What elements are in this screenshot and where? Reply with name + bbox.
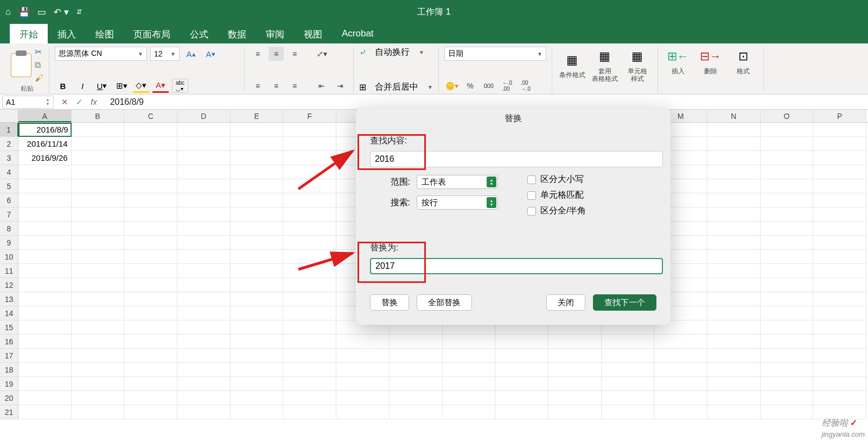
cell[interactable] (283, 193, 336, 207)
cell[interactable] (548, 405, 602, 419)
col-header-A[interactable]: A (18, 110, 72, 122)
cell[interactable] (231, 250, 284, 264)
number-format-select[interactable]: 日期▼ (444, 47, 546, 61)
cell[interactable] (124, 306, 177, 320)
cell[interactable] (813, 193, 866, 207)
cell[interactable] (124, 264, 177, 278)
comma-icon[interactable]: 000 (481, 79, 496, 93)
cell[interactable] (761, 335, 814, 349)
cell[interactable]: 2016/11/14 (18, 137, 72, 151)
cell[interactable] (72, 306, 125, 320)
font-color-button[interactable]: A▾ (152, 79, 169, 93)
cell[interactable] (18, 165, 72, 179)
cell[interactable] (283, 377, 336, 391)
col-header-E[interactable]: E (231, 110, 284, 122)
cell[interactable] (72, 250, 125, 264)
cell[interactable] (231, 123, 284, 137)
cell[interactable] (231, 236, 284, 250)
tab-review[interactable]: 审阅 (256, 24, 294, 43)
cell[interactable] (231, 264, 284, 278)
format-painter-icon[interactable]: 🖌 (35, 73, 43, 83)
cell[interactable] (443, 405, 496, 419)
row-header[interactable]: 4 (0, 165, 18, 179)
cut-icon[interactable]: ✂ (35, 47, 43, 57)
cell[interactable] (231, 335, 284, 349)
cell[interactable] (72, 405, 125, 419)
cell[interactable] (177, 137, 231, 151)
cell[interactable] (18, 292, 72, 306)
cell[interactable] (707, 193, 761, 207)
cell[interactable] (18, 222, 72, 236)
cell[interactable] (443, 335, 496, 349)
cell[interactable] (18, 377, 72, 391)
align-top-icon[interactable]: ≡ (250, 47, 265, 61)
cell[interactable] (761, 278, 814, 292)
delete-cells-button[interactable]: ⊟→删除 (696, 47, 725, 75)
cell[interactable] (707, 165, 761, 179)
cell[interactable] (761, 377, 814, 391)
cell[interactable]: 2016/9/26 (18, 151, 72, 165)
match-case-checkbox[interactable]: 区分大小写 (527, 174, 586, 185)
tab-data[interactable]: 数据 (218, 24, 256, 43)
cell[interactable] (18, 363, 72, 377)
cell[interactable] (72, 264, 125, 278)
cell[interactable] (443, 349, 496, 363)
cell[interactable] (283, 137, 336, 151)
cell[interactable] (707, 391, 761, 405)
cell[interactable] (177, 292, 231, 306)
cell[interactable] (283, 349, 336, 363)
orientation-icon[interactable]: ⤢▾ (314, 47, 329, 61)
cell[interactable] (231, 222, 284, 236)
cell[interactable] (761, 320, 814, 335)
tab-insert[interactable]: 插入 (48, 24, 86, 43)
cell[interactable] (813, 151, 866, 165)
cell[interactable] (654, 405, 707, 419)
cell[interactable] (813, 250, 866, 264)
cell[interactable] (177, 151, 231, 165)
italic-button[interactable]: I (74, 79, 91, 93)
cell[interactable] (177, 391, 231, 405)
cell[interactable] (231, 179, 284, 193)
cell[interactable] (231, 165, 284, 179)
cond-format-button[interactable]: ▦条件格式 (558, 51, 587, 79)
cell[interactable] (707, 179, 761, 193)
cell[interactable] (72, 320, 125, 335)
cell[interactable] (72, 222, 125, 236)
cell[interactable] (654, 363, 707, 377)
close-button[interactable]: 关闭 (546, 294, 585, 311)
match-whole-checkbox[interactable]: 单元格匹配 (527, 190, 586, 201)
cell[interactable] (177, 165, 231, 179)
indent-increase-icon[interactable]: ⇥ (333, 79, 348, 93)
cell[interactable] (707, 349, 761, 363)
cell[interactable] (390, 335, 443, 349)
indent-decrease-icon[interactable]: ⇤ (314, 79, 329, 93)
cell[interactable] (283, 165, 336, 179)
cell[interactable] (283, 264, 336, 278)
cell[interactable] (124, 236, 177, 250)
cell[interactable] (177, 320, 231, 335)
cell[interactable] (18, 405, 72, 419)
cell[interactable] (124, 165, 177, 179)
cell[interactable] (813, 320, 866, 335)
cell[interactable] (548, 391, 602, 405)
decrease-decimal-icon[interactable]: .00→.0 (518, 79, 533, 93)
cell[interactable] (231, 306, 284, 320)
align-middle-icon[interactable]: ≡ (269, 47, 284, 61)
cell[interactable] (602, 391, 655, 405)
cell[interactable] (18, 264, 72, 278)
cell[interactable] (72, 179, 125, 193)
cell[interactable] (18, 278, 72, 292)
scope-select[interactable]: 工作表▴▾ (417, 175, 498, 189)
align-left-icon[interactable]: ≡ (250, 79, 265, 93)
cell[interactable] (72, 165, 125, 179)
cell[interactable] (602, 405, 655, 419)
cell[interactable] (602, 363, 655, 377)
row-header[interactable]: 15 (0, 320, 18, 335)
increase-decimal-icon[interactable]: ←.0.00 (500, 79, 515, 93)
cell[interactable] (761, 193, 814, 207)
cell[interactable] (390, 377, 443, 391)
cell[interactable] (124, 123, 177, 137)
cell[interactable] (707, 405, 761, 419)
replace-input[interactable] (370, 258, 663, 274)
paste-icon[interactable] (11, 53, 31, 77)
